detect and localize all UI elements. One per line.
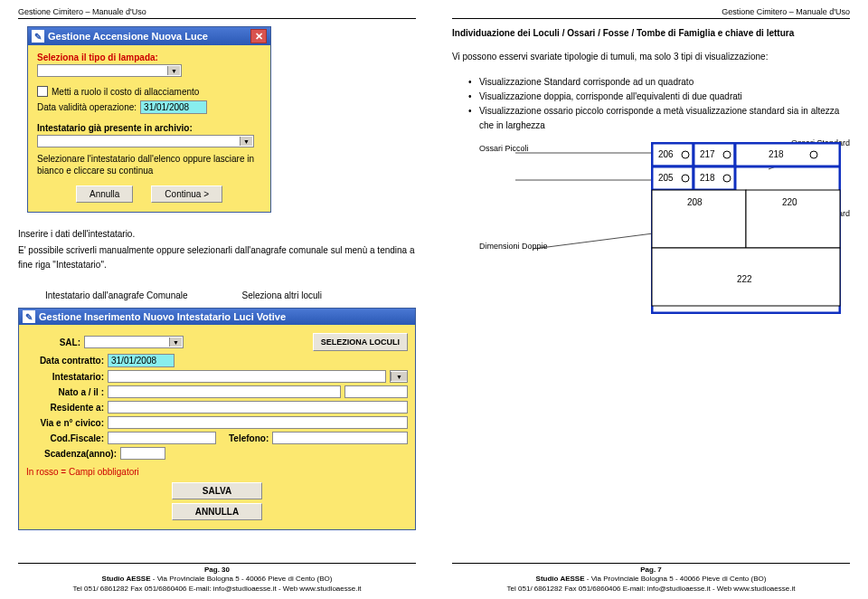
header-left: Gestione Cimitero – Manuale d'Uso [18,7,416,19]
text-tipologie: Vi possono esservi svariate tipologie di… [452,50,850,64]
app-icon: ✎ [23,310,35,323]
page-right: Gestione Cimitero – Manuale d'Uso Indivi… [434,0,868,599]
select-lampada[interactable]: ▼ [37,64,182,77]
app-icon: ✎ [32,30,44,43]
field-data-contratto[interactable]: 31/01/2008 [108,354,175,367]
winbody-nuovo-intestatario: SAL: ▼ SELEZIONA LOCULI Data contratto: … [19,325,415,529]
winbody-nuova-luce: Seleziona il tipo di lampada: ▼ Metti a … [28,45,270,212]
text-possibile: E' possibile scriverli manualmente oppur… [18,243,416,272]
text-inserire: Inserire i dati dell'intestatario. [18,227,416,242]
field-residente[interactable] [108,401,408,414]
select-sal[interactable]: ▼ [84,336,184,348]
page-num-left: Pag. 30 [18,566,416,575]
titlebar-nuovo-intestatario: ✎ Gestione Inserimento Nuovo Intestatari… [19,309,415,325]
page-num-right: Pag. 7 [452,566,850,575]
checkbox-label: Metti a ruolo il costo di allacciamento [52,87,199,97]
label-intestatario-archivio: Intestatario già presente in archivio: [37,123,261,133]
label-via: Via e n° civico: [26,418,104,428]
window-nuova-luce: ✎ Gestione Accensione Nuova Luce ✕ Selez… [27,26,271,213]
label-intestatario: Intestatario: [26,372,104,382]
footer-addr: - Via Provinciale Bologna 5 - 40066 Piev… [151,575,333,583]
label-telefono: Telefono: [229,433,269,443]
label-data-validita: Data validità operazione: [37,102,137,112]
footer-right: Pag. 7 Studio AESSE - Via Provinciale Bo… [452,563,850,594]
field-data-validita[interactable]: 31/01/2008 [140,100,207,114]
label-cf: Cod.Fiscale: [26,433,104,443]
cell-218b: 218 [700,173,715,183]
caption-anagrafe: Intestatario dall'anagrafe Comunale [45,290,188,300]
footer-addr-r: - Via Provinciale Bologna 5 - 40066 Piev… [585,575,767,583]
titlebar-nuova-luce: ✎ Gestione Accensione Nuova Luce ✕ [28,27,270,45]
field-cf[interactable] [108,432,216,444]
checkbox-ruolo[interactable]: Metti a ruolo il costo di allacciamento [37,86,261,97]
bullet-doppia: Visualizzazione doppia, corrisponde all'… [479,90,850,104]
svg-rect-8 [735,143,840,166]
footer-left: Pag. 30 Studio AESSE - Via Provinciale B… [18,563,416,594]
cancel-button[interactable]: Annulla [76,185,133,203]
chevron-down-icon: ▼ [391,372,407,381]
label-residente: Residente a: [26,403,104,413]
label-data-contratto: Data contratto: [26,356,104,366]
label-ossari-piccoli: Ossari Piccoli [479,144,529,154]
close-icon[interactable]: ✕ [250,29,267,43]
svg-point-17 [682,175,689,182]
diagram-grid: 206 217 218 205 218 208 220 222 [651,142,841,314]
save-button[interactable]: SALVA [172,482,262,499]
select-intestatario[interactable]: ▼ [37,135,254,147]
cell-218: 218 [769,149,784,159]
caption-seleziona-loculi: Seleziona altri loculi [242,290,322,300]
window-nuovo-intestatario: ✎ Gestione Inserimento Nuovo Intestatari… [18,308,416,530]
label-seleziona-lampada: Seleziona il tipo di lampada: [37,52,261,62]
seleziona-loculi-button[interactable]: SELEZIONA LOCULI [313,333,408,351]
label-sal: SAL: [26,338,80,347]
field-scadenza[interactable] [120,447,165,460]
svg-point-15 [723,151,731,158]
footer-contacts: Tel 051/ 6861282 Fax 051/6860406 E-mail:… [18,585,416,594]
svg-point-14 [682,151,689,158]
chevron-down-icon: ▼ [169,338,182,347]
label-dimensioni-doppie: Dimensioni Doppie [479,242,548,252]
note-rosso: In rosso = Campi obbligatori [26,467,408,477]
title-nuova-luce: Gestione Accensione Nuova Luce [48,31,208,42]
continue-button[interactable]: Continua > [151,185,222,203]
label-scadenza: Scadenza(anno): [26,449,117,459]
cell-222: 222 [737,274,752,284]
field-telefono[interactable] [272,432,408,444]
note-intestatario: Selezionare l'intestatario dall'elenco o… [37,153,261,176]
field-nato-a[interactable] [108,385,341,398]
label-nato: Nato a / il : [26,387,104,397]
select-intestatario2[interactable]: ▼ [390,370,408,383]
annulla-button[interactable]: ANNULLA [172,503,262,520]
bullet-standard: Visualizzazione Standard corrisponde ad … [479,75,850,90]
svg-point-18 [723,175,731,182]
header-right: Gestione Cimitero – Manuale d'Uso [452,7,850,19]
chevron-down-icon: ▼ [240,137,252,146]
footer-contacts-r: Tel 051/ 6861282 Fax 051/6860406 E-mail:… [452,585,850,594]
field-via[interactable] [108,416,408,429]
bullet-ossario: Visualizzazione ossario piccolo corrispo… [479,104,850,133]
svg-point-16 [810,151,817,158]
cell-206: 206 [658,149,674,159]
svg-line-3 [533,233,660,249]
diagram: Ossari Piccoli Ossari Standard Dimension… [452,142,850,323]
field-nato-il[interactable] [344,385,408,398]
title-nuovo-intestatario: Gestione Inserimento Nuovo Intestatario … [39,311,286,322]
cell-208: 208 [687,197,703,207]
page-left: Gestione Cimitero – Manuale d'Uso ✎ Gest… [0,0,434,599]
field-intestatario[interactable] [108,370,386,383]
footer-studio: Studio AESSE [102,575,151,583]
cell-205: 205 [658,173,674,183]
chevron-down-icon: ▼ [167,66,180,75]
cell-220: 220 [782,197,797,207]
cell-217: 217 [700,149,715,159]
checkbox-box [37,86,48,97]
footer-studio-r: Studio AESSE [536,575,585,583]
heading-individuazione: Individuazione dei Loculi / Ossari / Fos… [452,26,850,41]
